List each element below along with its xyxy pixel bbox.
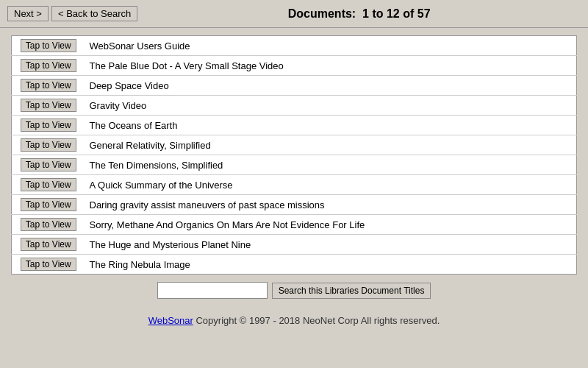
footer: WebSonar Copyright © 1997 - 2018 NeoNet … [0,311,588,330]
results-table: Tap to ViewWebSonar Users GuideTap to Vi… [11,35,577,275]
main-content: Tap to ViewWebSonar Users GuideTap to Vi… [0,28,588,311]
search-button[interactable]: Search this Libraries Document Titles [272,283,431,299]
document-title: WebSonar Users Guide [85,36,577,56]
header: Next > < Back to Search Documents: 1 to … [0,0,588,28]
document-title: Gravity Video [85,96,577,116]
tap-to-view-button[interactable]: Tap to View [21,218,76,231]
table-row: Tap to ViewA Quick Summary of the Univer… [12,175,577,195]
tap-to-view-button[interactable]: Tap to View [21,258,76,271]
title-prefix: Documents: [288,7,356,20]
table-row: Tap to ViewThe Oceans of Earth [12,116,577,135]
next-button[interactable]: Next > [7,6,49,21]
document-title: General Relativity, Simplified [85,135,577,155]
back-to-search-button[interactable]: < Back to Search [51,6,137,21]
document-title: Deep Space Video [85,76,577,96]
document-title: Sorry, Methane And Organics On Mars Are … [85,215,577,235]
table-row: Tap to ViewThe Pale Blue Dot - A Very Sm… [12,56,577,76]
document-title: The Huge and Mysterious Planet Nine [85,235,577,255]
tap-to-view-button[interactable]: Tap to View [21,118,76,132]
table-row: Tap to ViewSorry, Methane And Organics O… [12,215,577,235]
table-row: Tap to ViewThe Ring Nebula Image [12,255,577,275]
table-row: Tap to ViewGeneral Relativity, Simplifie… [12,135,577,155]
document-title: The Oceans of Earth [85,116,577,135]
tap-to-view-button[interactable]: Tap to View [21,178,76,191]
page-title: Documents: 1 to 12 of 57 [137,7,581,21]
search-bar: Search this Libraries Document Titles [11,275,577,303]
document-title: The Ring Nebula Image [85,255,577,275]
tap-to-view-button[interactable]: Tap to View [21,59,76,72]
nav-buttons: Next > < Back to Search [7,6,137,21]
document-title: Daring gravity assist maneuvers of past … [85,195,577,215]
table-row: Tap to ViewThe Huge and Mysterious Plane… [12,235,577,255]
tap-to-view-button[interactable]: Tap to View [21,158,76,171]
tap-to-view-button[interactable]: Tap to View [21,79,76,92]
table-row: Tap to ViewDaring gravity assist maneuve… [12,195,577,215]
tap-to-view-button[interactable]: Tap to View [21,198,76,211]
tap-to-view-button[interactable]: Tap to View [21,99,76,112]
table-row: Tap to ViewDeep Space Video [12,76,577,96]
document-title: The Pale Blue Dot - A Very Small Stage V… [85,56,577,76]
document-title: The Ten Dimensions, Simplified [85,155,577,175]
table-row: Tap to ViewGravity Video [12,96,577,116]
search-input[interactable] [157,282,268,299]
copyright-text: Copyright © 1997 - 2018 NeoNet Corp All … [196,315,440,326]
websonar-link[interactable]: WebSonar [148,315,193,326]
tap-to-view-button[interactable]: Tap to View [21,39,76,52]
document-title: A Quick Summary of the Universe [85,175,577,195]
title-range: 1 to 12 of 57 [362,7,430,20]
tap-to-view-button[interactable]: Tap to View [21,238,76,251]
tap-to-view-button[interactable]: Tap to View [21,138,76,152]
table-row: Tap to ViewThe Ten Dimensions, Simplifie… [12,155,577,175]
table-row: Tap to ViewWebSonar Users Guide [12,36,577,56]
